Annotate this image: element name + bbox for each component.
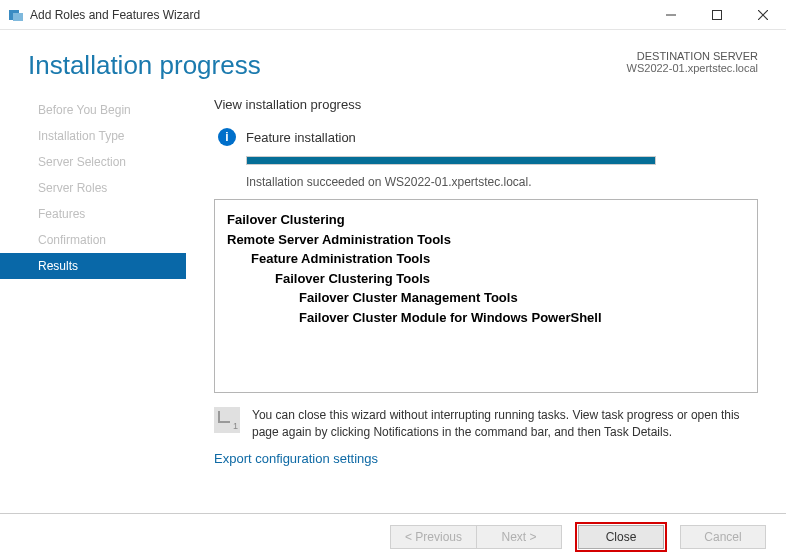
destination-label: DESTINATION SERVER [627, 50, 758, 62]
nav-button-group: < Previous Next > [390, 525, 562, 549]
next-button: Next > [476, 525, 562, 549]
destination-value: WS2022-01.xpertstec.local [627, 62, 758, 74]
header: Installation progress DESTINATION SERVER… [0, 30, 786, 97]
info-icon: i [218, 128, 236, 146]
step-before-you-begin: Before You Begin [0, 97, 186, 123]
installed-features-box: Failover Clustering Remote Server Admini… [214, 199, 758, 393]
note-badge: 1 [233, 421, 238, 431]
feature-admin-tools: Feature Administration Tools [251, 249, 745, 269]
status-label: Feature installation [246, 130, 356, 145]
window-title: Add Roles and Features Wizard [30, 8, 648, 22]
feature-rsat: Remote Server Administration Tools [227, 230, 745, 250]
step-server-selection: Server Selection [0, 149, 186, 175]
step-features: Features [0, 201, 186, 227]
step-confirmation: Confirmation [0, 227, 186, 253]
export-configuration-link[interactable]: Export configuration settings [214, 451, 378, 466]
app-icon [8, 7, 24, 23]
svg-rect-1 [13, 13, 23, 21]
feature-failover-clustering: Failover Clustering [227, 210, 745, 230]
feature-failover-tools: Failover Clustering Tools [275, 269, 745, 289]
svg-rect-3 [713, 10, 722, 19]
window-controls [648, 0, 786, 30]
previous-button: < Previous [390, 525, 476, 549]
install-succeeded-text: Installation succeeded on WS2022-01.xper… [246, 175, 758, 189]
cancel-button: Cancel [680, 525, 766, 549]
feature-cluster-powershell: Failover Cluster Module for Windows Powe… [299, 308, 745, 328]
note-text: You can close this wizard without interr… [252, 407, 758, 441]
note-row: 1 You can close this wizard without inte… [214, 407, 758, 441]
step-installation-type: Installation Type [0, 123, 186, 149]
content-subtitle: View installation progress [214, 97, 758, 112]
feature-cluster-mgmt: Failover Cluster Management Tools [299, 288, 745, 308]
titlebar: Add Roles and Features Wizard [0, 0, 786, 30]
close-window-button[interactable] [740, 0, 786, 30]
maximize-button[interactable] [694, 0, 740, 30]
close-button[interactable]: Close [578, 525, 664, 549]
progress-bar [246, 156, 656, 165]
destination-server: DESTINATION SERVER WS2022-01.xpertstec.l… [627, 50, 758, 74]
wizard-steps-sidebar: Before You Begin Installation Type Serve… [0, 97, 186, 467]
progress-fill [247, 157, 655, 164]
minimize-button[interactable] [648, 0, 694, 30]
status-row: i Feature installation [218, 128, 758, 146]
step-server-roles: Server Roles [0, 175, 186, 201]
content-pane: View installation progress i Feature ins… [186, 97, 786, 467]
page-title: Installation progress [28, 50, 261, 81]
flag-icon: 1 [214, 407, 240, 433]
footer-buttons: < Previous Next > Close Cancel [0, 513, 786, 559]
step-results[interactable]: Results [0, 253, 186, 279]
